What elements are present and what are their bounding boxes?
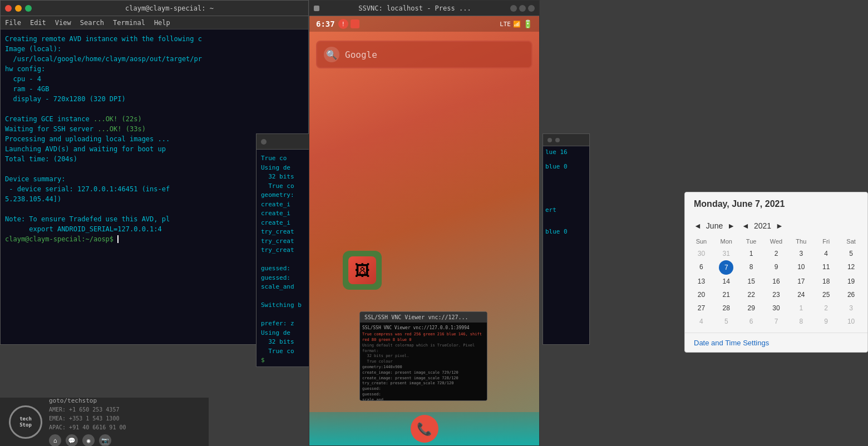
cal-day-8-next[interactable]: 8 (789, 315, 813, 328)
calendar-week-2: 6 7 8 9 10 11 12 (689, 260, 863, 275)
gallery-app-icon[interactable] (343, 251, 382, 290)
calendar-footer: Date and Time Settings (685, 333, 867, 352)
phone-call-button[interactable]: 📞 (411, 415, 438, 443)
menu-search[interactable]: Search (80, 19, 104, 27)
terminal-line-7: display - 720x1280 (320 DPI) (5, 94, 304, 104)
cal-day-6[interactable]: 6 (689, 260, 713, 275)
cal-day-26[interactable]: 26 (839, 288, 863, 301)
cal-day-3-next[interactable]: 3 (839, 301, 863, 315)
cal-day-12[interactable]: 12 (839, 260, 863, 275)
date-time-settings-link[interactable]: Date and Time Settings (694, 339, 769, 347)
social-icon-chat[interactable]: 💬 (66, 434, 78, 446)
menu-edit[interactable]: Edit (30, 19, 46, 27)
next-year-button[interactable]: ► (773, 220, 786, 231)
terminal-line-2: Image (local): (5, 44, 304, 54)
calendar-grid: Sun Mon Tue Wed Thu Fri Sat 30 31 1 2 3 … (685, 236, 867, 333)
cal-day-28[interactable]: 28 (714, 301, 738, 315)
cal-day-4-next[interactable]: 4 (689, 315, 713, 328)
cal-day-11[interactable]: 11 (814, 260, 838, 275)
social-icon-discord[interactable]: ◉ (82, 434, 95, 446)
terminal-right-btn2[interactable] (555, 138, 560, 142)
cal-day-24[interactable]: 24 (789, 288, 813, 301)
android-main-area: SSL/SSH VNC Viewer vnc://127... SSL/SSH … (309, 77, 539, 412)
terminal-line-9: Waiting for SSH server ...OK! (33s) (5, 124, 304, 134)
cal-day-27[interactable]: 27 (689, 301, 713, 315)
prev-month-button[interactable]: ◄ (692, 220, 704, 231)
cal-day-10[interactable]: 10 (789, 260, 813, 275)
terminal-title: claym@claym-special: ~ (35, 4, 304, 12)
vnc-popup-thumbnail[interactable]: SSL/SSH VNC Viewer vnc://127... SSL/SSH … (359, 311, 487, 401)
cal-day-31-prev[interactable]: 31 (714, 247, 738, 260)
cal-day-16[interactable]: 16 (765, 275, 788, 288)
cal-day-6-next[interactable]: 6 (739, 315, 763, 328)
social-icons-row: ⌂ 💬 ◉ 📷 (49, 434, 200, 446)
cal-day-10-next[interactable]: 10 (839, 315, 863, 328)
cal-day-30[interactable]: 30 (765, 301, 788, 315)
maximize-button[interactable] (25, 5, 32, 12)
cal-day-2-next[interactable]: 2 (814, 301, 838, 315)
gallery-icon (348, 256, 376, 284)
ssvnc-minimize[interactable] (510, 5, 517, 12)
cal-day-22[interactable]: 22 (739, 288, 763, 301)
cal-day-7-next[interactable]: 7 (765, 315, 788, 328)
cal-day-29[interactable]: 29 (739, 301, 763, 315)
terminal-line-blank1 (5, 104, 304, 114)
notification-icon: ! (338, 19, 348, 29)
prev-year-button[interactable]: ◄ (739, 220, 752, 231)
ssvnc-close[interactable] (528, 5, 535, 12)
vnc-popup-title: SSL/SSH VNC Viewer vnc://127... (360, 312, 487, 323)
search-icon: 🔍 (324, 47, 339, 62)
cal-day-25[interactable]: 25 (814, 288, 838, 301)
terminal-main-titlebar: claym@claym-special: ~ (1, 1, 308, 16)
calendar-title: Monday, June 7, 2021 (694, 199, 785, 209)
cal-day-15[interactable]: 15 (739, 275, 763, 288)
cal-day-30-prev[interactable]: 30 (689, 247, 713, 260)
calendar-day-headers: Sun Mon Tue Wed Thu Fri Sat (689, 236, 863, 247)
cal-day-1-next[interactable]: 1 (789, 301, 813, 315)
cal-day-13[interactable]: 13 (689, 275, 713, 288)
cal-day-9-next[interactable]: 9 (814, 315, 838, 328)
cal-day-5[interactable]: 5 (839, 247, 863, 260)
menu-help[interactable]: Help (154, 19, 170, 27)
cal-day-18[interactable]: 18 (814, 275, 838, 288)
calendar-month: June (706, 221, 723, 230)
calendar-year: 2021 (754, 221, 771, 230)
cal-day-19[interactable]: 19 (839, 275, 863, 288)
cal-day-2[interactable]: 2 (765, 247, 788, 260)
social-icon-home[interactable]: ⌂ (49, 434, 61, 446)
calendar-widget: Monday, June 7, 2021 ◄ June ► ◄ 2021 ► S… (684, 192, 868, 353)
day-header-thu: Thu (789, 236, 813, 247)
terminal-menu-bar: File Edit View Search Terminal Help (1, 16, 308, 29)
next-month-button[interactable]: ► (725, 220, 737, 231)
terminal-right-content: lue 16 blue 0 ert blue 0 (543, 146, 589, 344)
terminal-line-1: Creating remote AVD instance with the fo… (5, 34, 304, 44)
menu-file[interactable]: File (5, 19, 21, 27)
cal-day-21[interactable]: 21 (714, 288, 738, 301)
status-icons: LTE 📶 🔋 (500, 19, 532, 28)
cal-day-1[interactable]: 1 (739, 247, 763, 260)
cal-day-23[interactable]: 23 (765, 288, 788, 301)
calendar-week-1: 30 31 1 2 3 4 5 (689, 247, 863, 260)
day-header-tue: Tue (739, 236, 763, 247)
ssvnc-restore[interactable] (519, 5, 526, 12)
menu-view[interactable]: View (55, 19, 71, 27)
techstop-apac: APAC: +91 40 6616 91 00 (49, 423, 200, 432)
minimize-button[interactable] (15, 5, 22, 12)
cal-day-20[interactable]: 20 (689, 288, 713, 301)
cal-day-17[interactable]: 17 (789, 275, 813, 288)
close-button[interactable] (5, 5, 12, 12)
social-icon-camera[interactable]: 📷 (99, 434, 111, 446)
lte-label: LTE (500, 21, 511, 28)
menu-terminal[interactable]: Terminal (113, 19, 145, 27)
cal-day-9[interactable]: 9 (765, 260, 788, 275)
android-search-bar[interactable]: 🔍 Google (316, 41, 532, 68)
terminal-right-btn1[interactable] (548, 138, 552, 142)
cal-day-3[interactable]: 3 (789, 247, 813, 260)
cal-day-5-next[interactable]: 5 (714, 315, 738, 328)
cal-day-4[interactable]: 4 (814, 247, 838, 260)
cal-day-8[interactable]: 8 (739, 260, 763, 275)
cal-day-14[interactable]: 14 (714, 275, 738, 288)
day-header-fri: Fri (814, 236, 838, 247)
terminal-line-8: Creating GCE instance ...OK! (22s) (5, 114, 304, 124)
cal-day-7-today[interactable]: 7 (719, 260, 733, 275)
